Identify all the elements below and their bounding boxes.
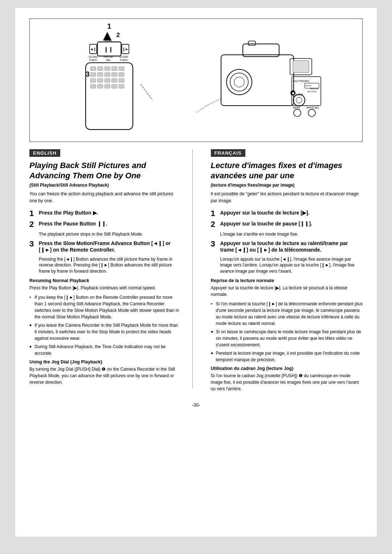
svg-text:WHITE BAL: WHITE BAL <box>306 106 319 109</box>
svg-text:3: 3 <box>86 70 90 78</box>
bullet-fr-3: Pendant la lecture image par image, il e… <box>211 350 363 363</box>
svg-point-41 <box>230 73 248 91</box>
jog-body-en: By turning the Jog Dial ([PUSH] Dial) ❶ … <box>29 366 181 386</box>
step3-num-en: 3 <box>29 240 37 248</box>
svg-rect-44 <box>293 61 309 73</box>
svg-rect-35 <box>105 84 110 88</box>
french-lang-header: FRANÇAIS <box>211 149 245 157</box>
svg-rect-26 <box>112 72 117 76</box>
jog-title-fr: Utilisation du cadran Jog (lecture Jog) <box>211 366 363 371</box>
step2-sub-en: The playback picture stops in the Still … <box>39 231 181 237</box>
french-column: FRANÇAIS Lecture d'images fixes et d'ima… <box>207 149 363 395</box>
bullet-en-3: During Still Advance Playback, the Time … <box>29 343 181 357</box>
svg-text:❙►: ❙► <box>122 47 129 52</box>
svg-rect-20 <box>105 66 110 70</box>
svg-point-58 <box>294 109 301 117</box>
svg-text:AUTO: AUTO <box>305 85 311 87</box>
svg-text:F.ADV: F.ADV <box>120 58 128 62</box>
svg-text:◄❙: ◄❙ <box>90 47 97 52</box>
bullets-en: If you keep the [❙►] Button on the Remot… <box>29 294 181 357</box>
svg-point-59 <box>308 109 315 117</box>
resuming-title-en: Resuming Normal Playback <box>29 278 181 283</box>
svg-text:1: 1 <box>107 22 111 30</box>
step2-en: 2 Press the Pause Button ❙❙. <box>29 220 181 228</box>
page: 1 2 3 ❙❙ ◄❙ ❙► SLOW/ <box>15 7 377 537</box>
bullet-fr-1: Si l'on maintient la touche [❙►] de la t… <box>211 301 363 327</box>
step2-num-en: 2 <box>29 220 37 228</box>
english-lang-header: ENGLISH <box>29 149 60 157</box>
step3-body-en: Pressing the [◄❙] Button advances the st… <box>39 256 181 274</box>
svg-rect-18 <box>90 66 96 70</box>
step2-sub-fr: L'image lue s'arrête en mode image fixe. <box>220 231 363 237</box>
step2-text-en: Press the Pause Button ❙❙. <box>39 220 107 227</box>
svg-rect-28 <box>90 78 96 82</box>
step1-num-en: 1 <box>29 209 37 217</box>
svg-text:SLOW/: SLOW/ <box>89 55 98 58</box>
svg-text:PAUSE/: PAUSE/ <box>103 55 114 58</box>
svg-point-54 <box>293 94 305 106</box>
svg-rect-24 <box>98 72 103 76</box>
jog-body-fr: Si l'on tourne le cadran Jog (molette [P… <box>211 372 363 392</box>
svg-text:SEL: SEL <box>106 58 111 62</box>
svg-rect-39 <box>221 55 294 106</box>
svg-point-42 <box>234 77 244 87</box>
svg-text:2: 2 <box>117 31 120 38</box>
step3-num-fr: 3 <box>211 240 218 248</box>
content-columns: ENGLISH Playing Back Still Pictures and … <box>29 149 363 395</box>
svg-text:❶: ❶ <box>292 92 294 95</box>
svg-point-55 <box>296 97 302 103</box>
english-subtitle: (Still Playback/Still Advance Playback) <box>29 183 181 188</box>
step2-num-fr: 2 <box>211 220 218 228</box>
jog-title-en: Using the Jog Dial (Jog Playback) <box>29 359 181 364</box>
step1-fr: 1 Appuyer sur la touche de lecture [▶]. <box>211 209 363 217</box>
step1-text-fr: Appuyer sur la touche de lecture [▶]. <box>220 209 310 216</box>
step2-text-fr: Appuyer sur la touche de pause [❙❙]. <box>220 220 313 227</box>
resuming-body-fr: Appuyer sur la touche de lecture [▶]. La… <box>211 285 363 298</box>
svg-rect-33 <box>90 84 96 88</box>
svg-rect-32 <box>119 78 124 82</box>
svg-text:AE LOCK: AE LOCK <box>307 90 317 93</box>
svg-rect-25 <box>105 72 110 76</box>
svg-rect-21 <box>112 66 117 70</box>
svg-text:❙❙: ❙❙ <box>104 46 113 53</box>
svg-rect-23 <box>90 72 96 76</box>
english-title: Playing Back Still Pictures and Advancin… <box>29 160 181 180</box>
svg-line-62 <box>207 98 221 106</box>
english-intro: You can freeze the action during playbac… <box>29 191 181 204</box>
svg-rect-36 <box>112 84 117 88</box>
bullets-fr: Si l'on maintient la touche [❙►] de la t… <box>211 301 363 363</box>
step2-fr: 2 Appuyer sur la touche de pause [❙❙]. <box>211 220 363 228</box>
step1-num-fr: 1 <box>211 209 218 217</box>
svg-rect-31 <box>112 78 117 82</box>
svg-text:MANUAL: MANUAL <box>310 87 319 90</box>
svg-rect-29 <box>98 78 103 82</box>
french-subtitle: (lecture d'images fixes/image par image) <box>211 183 363 188</box>
bullet-fr-2: Si on laisse le caméscope dans le mode l… <box>211 329 363 348</box>
step3-body-fr: Lorsqu'on appuie sur la touche [◄❙], l'i… <box>220 256 363 274</box>
french-title: Lecture d'images fixes et d'images avanc… <box>211 160 363 180</box>
svg-rect-34 <box>98 84 103 88</box>
resuming-title-fr: Reprise de la lecture normale <box>211 278 363 283</box>
svg-line-63 <box>196 106 207 113</box>
svg-rect-30 <box>105 78 110 82</box>
camera-diagram: SHUTTER/IRIS AUTO MANUAL AE LOCK VOL/JOG… <box>192 26 330 135</box>
svg-rect-22 <box>119 66 124 70</box>
english-column: ENGLISH Playing Back Still Pictures and … <box>29 149 193 388</box>
step1-text-en: Press the Play Button ▶. <box>39 209 98 216</box>
french-intro: Il est possible de "geler" les actions p… <box>211 191 363 204</box>
svg-rect-46 <box>248 41 256 45</box>
svg-rect-37 <box>119 84 124 88</box>
diagram-area: 1 2 3 ❙❙ ◄❙ ❙► SLOW/ <box>29 19 363 142</box>
svg-text:MENU: MENU <box>293 106 300 109</box>
svg-text:SHUTTER/IRIS: SHUTTER/IRIS <box>293 80 310 82</box>
svg-rect-19 <box>98 66 103 70</box>
bullet-en-1: If you keep the [❙►] Button on the Remot… <box>29 294 181 320</box>
svg-text:PLAY: PLAY <box>105 39 112 42</box>
bullet-en-2: If you leave the Camera Recorder in the … <box>29 322 181 342</box>
svg-line-38 <box>141 84 153 100</box>
resuming-body-en: Press the Play Button [▶]. Playback cont… <box>29 285 181 291</box>
step3-fr: 3 Appuyer sur la touche de lecture au ra… <box>211 240 363 253</box>
svg-rect-27 <box>119 72 124 76</box>
step3-en: 3 Press the Slow Motion/Frame Advance Bu… <box>29 240 181 253</box>
step3-text-fr: Appuyer sur la touche de lecture au rale… <box>220 240 363 253</box>
